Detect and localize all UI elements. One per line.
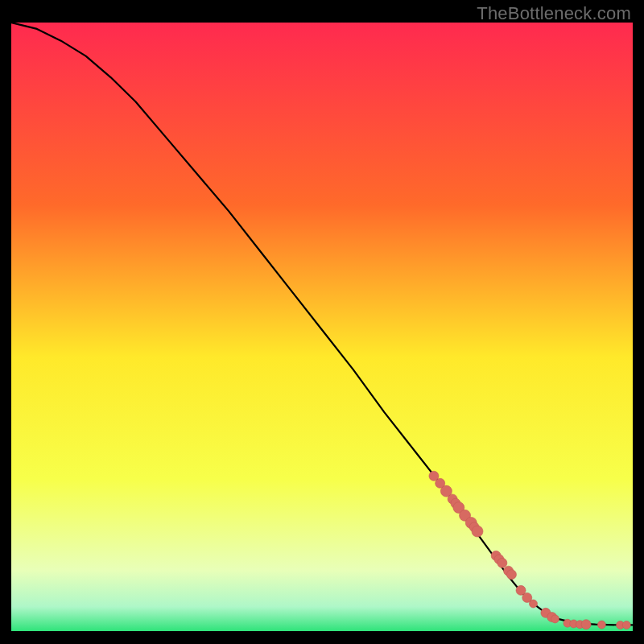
data-marker bbox=[472, 526, 483, 537]
data-marker bbox=[622, 621, 630, 629]
data-marker bbox=[497, 558, 507, 568]
data-marker bbox=[506, 570, 516, 580]
data-marker bbox=[551, 615, 559, 623]
data-marker bbox=[581, 620, 591, 630]
data-marker bbox=[597, 621, 605, 629]
chart-svg bbox=[11, 23, 633, 631]
plot-area bbox=[11, 23, 633, 631]
chart-frame: TheBottleneck.com bbox=[0, 0, 644, 644]
gradient-background bbox=[11, 23, 633, 631]
data-marker bbox=[529, 600, 537, 608]
watermark-text: TheBottleneck.com bbox=[477, 3, 631, 24]
